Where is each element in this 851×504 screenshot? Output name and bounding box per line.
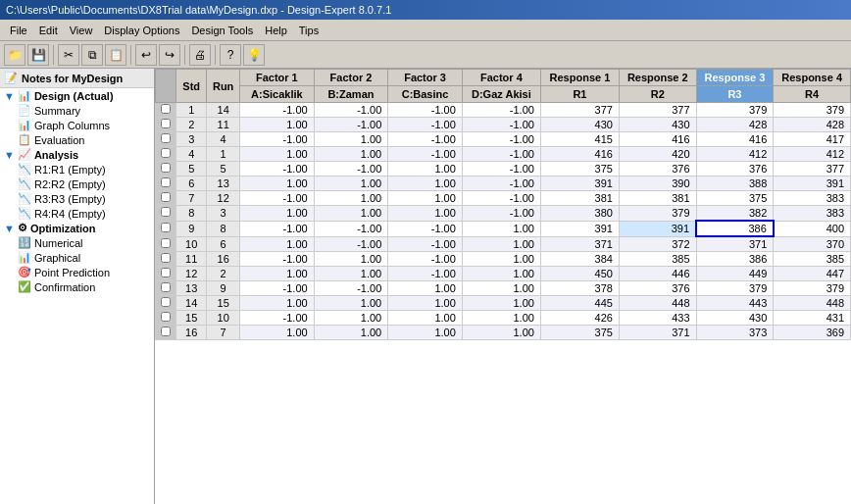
save-button[interactable]: 💾 [27, 44, 49, 66]
cell-f2-1[interactable]: -1.00 [314, 103, 388, 118]
cell-r4-3[interactable]: 417 [774, 132, 851, 147]
cell-f3-10[interactable]: -1.00 [388, 236, 463, 252]
cell-f2-12[interactable]: 1.00 [314, 267, 388, 281]
cell-f2-2[interactable]: -1.00 [314, 118, 388, 132]
cell-f3-7[interactable]: 1.00 [388, 191, 463, 206]
cell-r3-5[interactable]: 376 [696, 162, 774, 176]
cell-f4-12[interactable]: 1.00 [462, 267, 540, 281]
sidebar-item-summary[interactable]: 📄 Summary [0, 103, 154, 118]
cell-f2-5[interactable]: -1.00 [314, 162, 388, 176]
cell-f1-3[interactable]: -1.00 [240, 132, 315, 147]
cell-r2-10[interactable]: 372 [619, 236, 696, 252]
cell-r3-16[interactable]: 373 [696, 326, 774, 340]
cell-r2-1[interactable]: 377 [619, 103, 696, 118]
cell-f2-7[interactable]: 1.00 [314, 191, 388, 206]
cell-r4-4[interactable]: 412 [774, 147, 851, 162]
sidebar-item-graph-columns[interactable]: 📊 Graph Columns [0, 118, 154, 132]
cell-f4-14[interactable]: 1.00 [462, 296, 540, 311]
sidebar-item-r2r2[interactable]: 📉 R2:R2 (Empty) [0, 176, 154, 191]
tip-button[interactable]: 💡 [243, 44, 265, 66]
sidebar-item-r3r3[interactable]: 📉 R3:R3 (Empty) [0, 191, 154, 206]
row-select-2[interactable] [156, 118, 176, 132]
cell-r2-2[interactable]: 430 [619, 118, 696, 132]
cell-r2-5[interactable]: 376 [619, 162, 696, 176]
menu-view[interactable]: View [64, 23, 99, 38]
cell-f3-16[interactable]: 1.00 [388, 326, 463, 340]
cell-f2-10[interactable]: -1.00 [314, 236, 388, 252]
cell-f4-3[interactable]: -1.00 [462, 132, 540, 147]
cell-r3-11[interactable]: 386 [696, 252, 774, 267]
cell-r2-14[interactable]: 448 [619, 296, 696, 311]
sidebar-item-analysis[interactable]: ▼ 📈 Analysis [0, 147, 154, 162]
cell-r4-5[interactable]: 377 [774, 162, 851, 176]
cell-f1-2[interactable]: 1.00 [240, 118, 315, 132]
cell-f1-16[interactable]: 1.00 [240, 326, 315, 340]
cell-f1-12[interactable]: 1.00 [240, 267, 315, 281]
cell-f3-8[interactable]: 1.00 [388, 206, 463, 222]
new-button[interactable]: 📁 [4, 44, 25, 66]
cell-f1-10[interactable]: 1.00 [240, 236, 315, 252]
cell-r2-8[interactable]: 379 [619, 206, 696, 222]
cell-r4-9[interactable]: 400 [774, 221, 851, 236]
cell-f1-11[interactable]: -1.00 [240, 252, 315, 267]
cell-f3-4[interactable]: -1.00 [388, 147, 463, 162]
sidebar-item-confirmation[interactable]: ✅ Confirmation [0, 279, 154, 294]
help-button[interactable]: ? [220, 44, 241, 66]
row-select-16[interactable] [156, 326, 176, 340]
cell-f3-2[interactable]: -1.00 [388, 118, 463, 132]
cell-f3-9[interactable]: -1.00 [388, 221, 463, 236]
paste-button[interactable]: 📋 [105, 44, 126, 66]
cell-r3-10[interactable]: 371 [696, 236, 774, 252]
cell-r1-13[interactable]: 378 [540, 281, 619, 296]
cell-f3-13[interactable]: 1.00 [388, 281, 463, 296]
cell-r3-2[interactable]: 428 [696, 118, 774, 132]
cell-f2-14[interactable]: 1.00 [314, 296, 388, 311]
cell-f1-4[interactable]: 1.00 [240, 147, 315, 162]
cell-f1-7[interactable]: -1.00 [240, 191, 315, 206]
cut-button[interactable]: ✂ [58, 44, 79, 66]
cell-r4-2[interactable]: 428 [774, 118, 851, 132]
cell-f2-9[interactable]: -1.00 [314, 221, 388, 236]
cell-r3-13[interactable]: 379 [696, 281, 774, 296]
row-select-14[interactable] [156, 296, 176, 311]
cell-f4-6[interactable]: -1.00 [462, 176, 540, 191]
cell-r4-12[interactable]: 447 [774, 267, 851, 281]
cell-r4-7[interactable]: 383 [774, 191, 851, 206]
cell-r2-16[interactable]: 371 [619, 326, 696, 340]
sidebar-item-optimization[interactable]: ▼ ⚙ Optimization [0, 221, 154, 235]
cell-r4-16[interactable]: 369 [774, 326, 851, 340]
row-select-10[interactable] [156, 236, 176, 252]
cell-r3-14[interactable]: 443 [696, 296, 774, 311]
cell-r1-6[interactable]: 391 [540, 176, 619, 191]
cell-r2-11[interactable]: 385 [619, 252, 696, 267]
row-select-8[interactable] [156, 206, 176, 222]
cell-r2-12[interactable]: 446 [619, 267, 696, 281]
cell-r3-8[interactable]: 382 [696, 206, 774, 222]
menu-display-options[interactable]: Display Options [98, 23, 185, 38]
cell-f3-1[interactable]: -1.00 [388, 103, 463, 118]
cell-r2-7[interactable]: 381 [619, 191, 696, 206]
cell-r2-6[interactable]: 390 [619, 176, 696, 191]
cell-f1-9[interactable]: -1.00 [240, 221, 315, 236]
cell-r3-4[interactable]: 412 [696, 147, 774, 162]
cell-r3-6[interactable]: 388 [696, 176, 774, 191]
cell-f4-7[interactable]: -1.00 [462, 191, 540, 206]
cell-r3-15[interactable]: 430 [696, 311, 774, 326]
cell-f4-13[interactable]: 1.00 [462, 281, 540, 296]
sidebar-item-r1r1[interactable]: 📉 R1:R1 (Empty) [0, 162, 154, 176]
cell-f4-5[interactable]: -1.00 [462, 162, 540, 176]
cell-f4-1[interactable]: -1.00 [462, 103, 540, 118]
undo-button[interactable]: ↩ [135, 44, 157, 66]
cell-f4-2[interactable]: -1.00 [462, 118, 540, 132]
cell-r4-14[interactable]: 448 [774, 296, 851, 311]
cell-r4-15[interactable]: 431 [774, 311, 851, 326]
redo-button[interactable]: ↪ [159, 44, 180, 66]
copy-button[interactable]: ⧉ [81, 44, 103, 66]
cell-f3-6[interactable]: 1.00 [388, 176, 463, 191]
cell-f1-8[interactable]: 1.00 [240, 206, 315, 222]
cell-r3-3[interactable]: 416 [696, 132, 774, 147]
cell-r1-9[interactable]: 391 [540, 221, 619, 236]
cell-f2-13[interactable]: -1.00 [314, 281, 388, 296]
cell-f2-8[interactable]: 1.00 [314, 206, 388, 222]
cell-f4-16[interactable]: 1.00 [462, 326, 540, 340]
